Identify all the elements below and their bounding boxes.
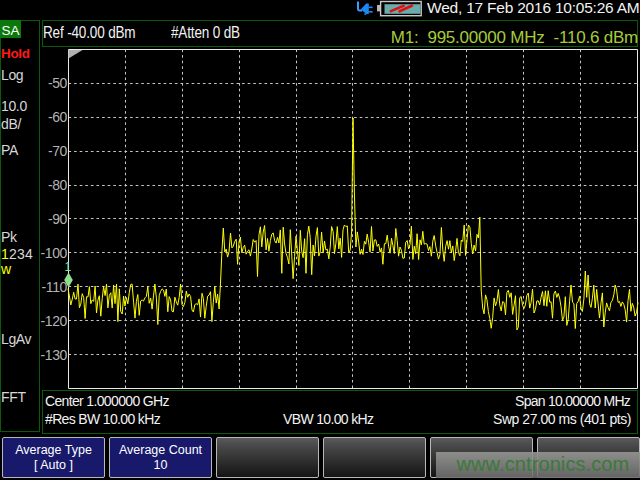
svg-text:-100: -100 xyxy=(41,245,68,261)
svg-text:-130: -130 xyxy=(41,347,68,363)
svg-text:-70: -70 xyxy=(48,143,68,159)
svg-text:-120: -120 xyxy=(41,313,68,329)
svg-text:-50: -50 xyxy=(48,75,68,91)
svg-text:-90: -90 xyxy=(48,211,68,227)
svg-text:-110: -110 xyxy=(42,279,68,295)
svg-text:-60: -60 xyxy=(48,109,68,125)
svg-text:-80: -80 xyxy=(48,177,68,193)
svg-text:1: 1 xyxy=(65,260,72,274)
